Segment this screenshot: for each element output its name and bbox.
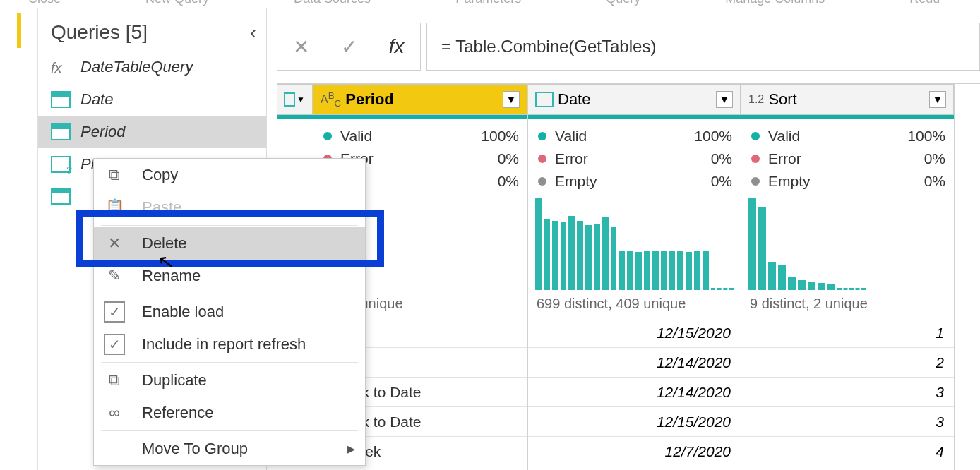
filter-dropdown-icon[interactable]: ▼ [503,91,520,108]
cancel-icon[interactable]: ✕ [293,35,309,59]
table-cell[interactable]: 3 [741,378,954,407]
ctx-duplicate[interactable]: ⧉Duplicate [94,364,365,397]
commit-icon[interactable]: ✓ [341,35,357,59]
type-text-icon: ABC [321,90,341,109]
table-cell[interactable]: 12/15/2020 [528,407,741,437]
paste-icon: 📋 [104,197,125,218]
ribbon-groups: Close New Query Data Sources Parameters … [0,0,980,8]
table-cell[interactable]: 1 [741,318,954,348]
formula-bar[interactable]: = Table.Combine(GetTables) [426,23,980,71]
distribution-chart-date [528,197,741,293]
checkbox-icon [104,334,125,355]
table-cell[interactable]: 12/14/2020 [528,378,741,407]
table-cell[interactable]: 4 [741,437,954,466]
content-area: ✕ ✓ fx = Table.Combine(GetTables) ▼ ABC … [267,8,980,470]
column-name: Sort [768,90,796,109]
column-header-period[interactable]: ABC Period ▼ [313,84,527,115]
filter-dropdown-icon[interactable]: ▼ [716,91,733,108]
rename-icon: ✎ [104,265,125,287]
table-cell[interactable]: us Week [313,466,527,470]
ctx-rename[interactable]: ✎Rename [94,260,365,292]
ctx-enable-load[interactable]: Enable load [94,296,365,328]
ctx-move-to-group[interactable]: Move To Group▸ [94,433,365,465]
ctx-include-refresh[interactable]: Include in report refresh [94,328,365,361]
column-name: Date [558,90,590,109]
query-item-datetablequery[interactable]: DateTableQuery [38,51,266,83]
ctx-reference[interactable]: ∞Reference [94,397,365,429]
type-number-icon: 1.2 [748,93,764,106]
fx-icon[interactable]: fx [389,35,405,58]
column-name: Period [345,90,393,109]
ctx-paste: 📋Paste [94,191,365,224]
filter-dropdown-icon[interactable]: ▼ [929,91,946,108]
type-date-icon [535,92,554,107]
table-cell[interactable]: 12/8/2020 [528,466,741,470]
column-profile-sort: Valid100% Error0% Empty0% [741,119,954,197]
queries-title: Queries [5] [51,21,148,44]
distribution-chart-sort [741,197,954,293]
ctx-delete[interactable]: ✕Delete [94,227,365,260]
column-header-sort[interactable]: 1.2 Sort ▼ [741,84,954,115]
duplicate-icon: ⧉ [104,370,125,391]
context-menu: ⧉Copy 📋Paste ✕Delete ✎Rename Enable load… [93,158,366,466]
table-cell[interactable]: 4 [741,466,954,470]
table-cell[interactable]: 2 [741,348,954,378]
preview-grid: ▼ ABC Period ▼ Valid100% Error0% pty0% [277,83,980,470]
copy-icon: ⧉ [104,164,125,186]
table-cell[interactable]: 12/14/2020 [528,348,741,378]
submenu-icon: ▸ [347,440,355,458]
table-cell[interactable]: 12/7/2020 [528,437,741,466]
column-header-date[interactable]: Date ▼ [528,84,741,115]
checkbox-icon [104,301,125,323]
x-icon: ✕ [104,233,125,254]
query-item-date[interactable]: Date [38,83,266,116]
table-icon[interactable]: ▼ [277,84,313,115]
collapse-icon[interactable]: ‹ [250,22,256,44]
column-profile-date: Valid100% Error0% Empty0% [528,119,741,197]
formula-toolbar: ✕ ✓ fx [277,23,421,71]
table-cell[interactable]: 3 [741,407,954,437]
profile-summary: 699 distinct, 409 unique [528,293,741,318]
table-cell[interactable]: 12/15/2020 [528,318,741,348]
link-icon: ∞ [104,402,125,423]
ctx-copy[interactable]: ⧉Copy [94,159,365,191]
left-rail [0,8,38,470]
profile-summary: 9 distinct, 2 unique [741,293,954,318]
query-item-period[interactable]: Period [38,116,266,148]
